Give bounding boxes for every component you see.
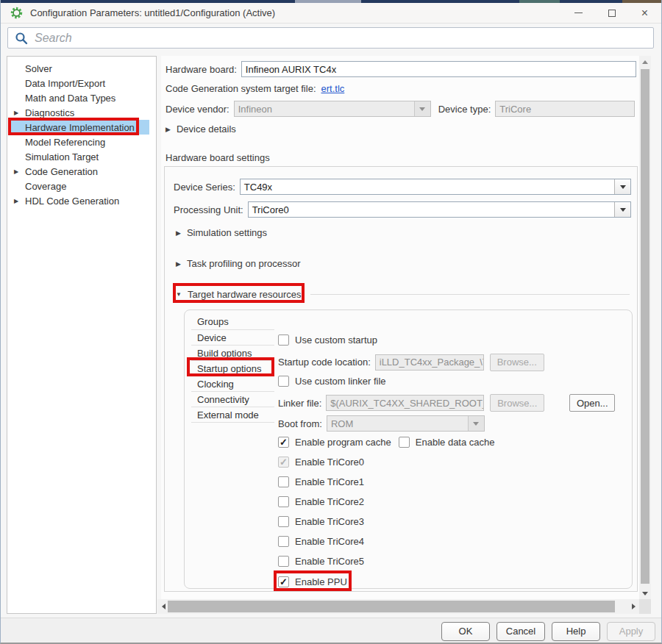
enable-ppu-checkbox[interactable]: ✓ [278,576,289,587]
processing-unit-label: Processing Unit: [174,204,243,215]
sidebar-item-solver[interactable]: Solver [7,61,156,76]
enable-tricore5-row: ✓ Enable TriCore5 [278,556,364,567]
scroll-up-icon[interactable] [639,56,651,68]
enable-tricore3-label: Enable TriCore3 [295,516,364,527]
hardware-board-settings-title: Hardware board settings [166,152,270,163]
linker-open-button[interactable]: Open... [569,394,615,412]
processing-unit-row: Processing Unit: TriCore0 [174,201,631,218]
sidebar-item-simulation-target[interactable]: Simulation Target [7,149,156,164]
close-button[interactable]: × [628,3,661,23]
boot-from-row: Boot from: ROM [278,415,485,432]
device-details-label: Device details [177,124,236,135]
cancel-button[interactable]: Cancel [496,622,545,641]
category-tree-panel: Solver Data Import/Export Math and Data … [7,56,157,614]
tree-expand-icon: ▶ [176,260,181,268]
target-hardware-resources-section[interactable]: ▼ Target hardware resources [176,289,302,300]
tree-expand-icon[interactable]: ▶ [14,110,18,116]
startup-browse-button: Browse... [490,354,544,371]
tree-expand-icon[interactable]: ▶ [14,168,18,175]
settings-panel: Hardware board: Infineon AURIX TC4x Code… [161,56,639,599]
ok-button[interactable]: OK [441,622,490,641]
section-divider [310,294,630,295]
enable-tricore3-row: ✓ Enable TriCore3 [278,516,364,527]
group-tab-connectivity[interactable]: Connectivity [191,392,274,407]
scrollbar-corner [639,599,651,614]
sidebar-item-data-import-export[interactable]: Data Import/Export [7,76,156,90]
device-details-section[interactable]: ▶ Device details [166,124,236,135]
linker-file-row: Linker file: $(AURIX_TC4XX_SHARED_ROOT_I… [278,394,615,412]
enable-tricore2-checkbox[interactable]: ✓ [278,496,289,507]
linker-browse-button: Browse... [490,394,544,412]
enable-tricore1-row: ✓ Enable TriCore1 [278,476,364,487]
sidebar-item-code-generation[interactable]: ▶Code Generation [7,164,156,179]
maximize-icon [608,10,616,17]
tree-collapse-icon: ▼ [176,291,182,298]
startup-code-location-field: iLLD_TC4xx_Package_\T [375,354,484,371]
group-tab-build-options[interactable]: Build options [191,346,274,361]
use-custom-linker-label: Use custom linker file [295,376,386,387]
sidebar-item-diagnostics[interactable]: ▶Diagnostics [7,105,156,120]
group-tab-external-mode[interactable]: External mode [191,407,274,423]
device-series-row: Device Series: TC49x [174,179,631,195]
sidebar-item-coverage[interactable]: Coverage [7,179,156,193]
device-series-label: Device Series: [174,182,235,193]
dropdown-arrow-icon [468,416,484,431]
sidebar-item-math-and-data-types[interactable]: Math and Data Types [7,90,156,105]
groups-list: Device Build options Startup options Clo… [191,329,274,423]
simulation-settings-label: Simulation settings [187,227,267,238]
enable-tricore3-checkbox[interactable]: ✓ [278,516,289,527]
enable-program-cache-checkbox[interactable]: ✓ [278,437,289,448]
use-custom-startup-checkbox[interactable]: ✓ [278,334,289,346]
task-profiling-section[interactable]: ▶ Task profiling on processor [176,258,301,269]
sidebar-item-hdl-code-generation[interactable]: ▶HDL Code Generation [7,193,156,208]
device-type-field: TriCore [495,101,635,117]
use-custom-linker-checkbox[interactable]: ✓ [278,376,289,387]
use-custom-linker-row: ✓ Use custom linker file [278,376,386,387]
processing-unit-dropdown[interactable]: TriCore0 [248,201,631,218]
device-vendor-dropdown: Infineon [234,101,431,117]
dropdown-arrow-icon[interactable] [614,179,630,194]
device-series-dropdown[interactable]: TC49x [240,179,631,195]
sidebar-item-model-referencing[interactable]: Model Referencing [7,135,156,149]
horizontal-scrollbar[interactable] [157,599,639,614]
groups-title: Groups [197,316,229,327]
hardware-board-field[interactable]: Infineon AURIX TC4x [241,61,636,77]
sidebar-item-hardware-implementation[interactable]: Hardware Implementation [11,120,149,135]
apply-button: Apply [607,622,655,641]
ert-tlc-link[interactable]: ert.tlc [321,83,345,94]
group-tab-startup-options[interactable]: Startup options [191,361,274,376]
scroll-right-icon[interactable] [627,601,639,612]
help-button[interactable]: Help [552,622,600,641]
enable-tricore0-checkbox: ✓ [278,457,289,468]
enable-tricore1-checkbox[interactable]: ✓ [278,476,289,487]
enable-tricore2-label: Enable TriCore2 [295,496,364,507]
vertical-scrollbar-thumb[interactable] [641,69,649,584]
minimize-button[interactable] [562,3,595,23]
hardware-board-row: Hardware board: Infineon AURIX TC4x [166,61,636,77]
tree-expand-icon[interactable]: ▶ [14,198,18,204]
enable-ppu-label: Enable PPU [295,576,347,587]
enable-tricore5-label: Enable TriCore5 [295,556,364,567]
tree-expand-icon: ▶ [166,126,171,133]
vertical-scrollbar[interactable] [639,56,651,599]
enable-tricore1-label: Enable TriCore1 [295,476,364,487]
enable-tricore5-checkbox[interactable]: ✓ [278,556,289,567]
close-icon: × [641,7,648,19]
horizontal-scrollbar-thumb[interactable] [168,601,615,612]
group-tab-clocking[interactable]: Clocking [191,376,274,392]
enable-data-cache-label: Enable data cache [416,437,495,448]
enable-data-cache-checkbox[interactable]: ✓ [399,437,410,448]
cache-row: ✓ Enable program cache ✓ Enable data cac… [278,437,495,448]
maximize-button[interactable] [595,3,628,23]
search-input[interactable]: Search [7,27,654,49]
dropdown-arrow-icon [414,101,430,116]
minimize-icon [574,12,583,13]
simulink-config-gear-icon [10,7,23,19]
simulation-settings-section[interactable]: ▶ Simulation settings [176,227,267,238]
enable-ppu-row: ✓ Enable PPU [278,576,347,587]
enable-tricore4-checkbox[interactable]: ✓ [278,536,289,547]
group-tab-device[interactable]: Device [191,330,274,346]
dropdown-arrow-icon[interactable] [614,202,630,217]
scroll-down-icon[interactable] [639,587,651,599]
device-vendor-label: Device vendor: [166,104,229,115]
